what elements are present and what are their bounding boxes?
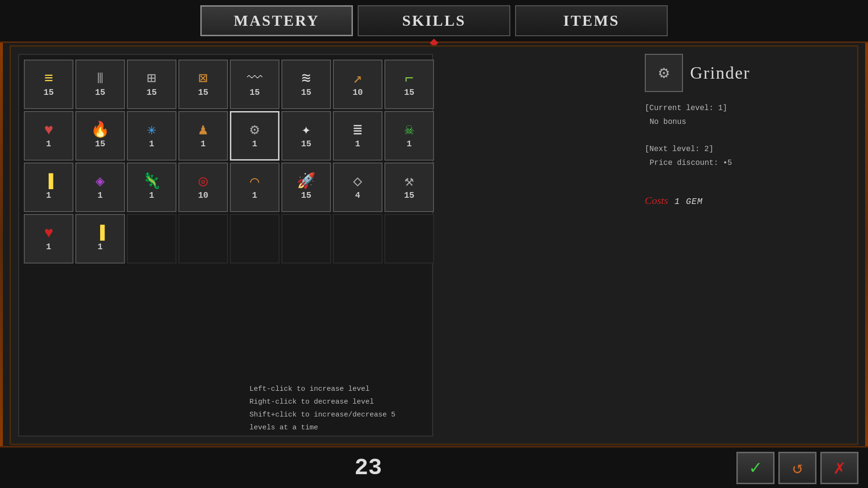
bottom-bar: 23 ✓ ↺ ✗ (0, 446, 868, 488)
cell-icon-r1-c7: ☠ (404, 123, 413, 138)
cell-icon-r0-c1: ⫴ (97, 71, 103, 87)
hint-line4: levels at a time (249, 421, 431, 434)
cell-icon-r2-c1: ◈ (95, 174, 104, 190)
grid-cell-r2-c0[interactable]: ▐1 (24, 163, 73, 212)
grid-cell-r0-c4[interactable]: 〰15 (230, 60, 279, 109)
cell-icon-r2-c6: ◇ (353, 174, 362, 190)
cell-value-r3-c1: 1 (98, 242, 103, 252)
cell-icon-r3-c0: ♥ (44, 226, 53, 241)
item-header: ⚙ Grinder (645, 54, 850, 92)
cell-value-r0-c6: 10 (352, 88, 363, 97)
cell-value-r1-c0: 1 (46, 139, 52, 149)
grid-cell-r1-c0[interactable]: ♥1 (24, 111, 73, 161)
item-stats: [Current level: 1] No bonus [Next level:… (645, 102, 850, 211)
item-info-panel: ⚙ Grinder [Current level: 1] No bonus [N… (645, 54, 850, 437)
cell-value-r1-c4: 1 (252, 139, 258, 149)
cell-icon-r0-c3: ⊠ (198, 71, 207, 87)
cell-value-r0-c0: 15 (43, 88, 54, 97)
cell-value-r1-c7: 1 (407, 139, 412, 149)
costs-line: Costs 1 gem (645, 191, 850, 211)
currency-value: 23 (354, 455, 382, 481)
hint-line2: Right-click to decrease level (249, 396, 431, 408)
mastery-grid: ≡15⫴15⊞15⊠15〰15≋15↗10⌐15♥1🔥15✳1♟1⚙1✦15≣1… (19, 55, 432, 268)
grid-cell-r3-c1[interactable]: ▐1 (75, 214, 125, 264)
grid-cell-r2-c2[interactable]: 🦎1 (127, 163, 176, 212)
grid-cell-r1-c6[interactable]: ≣1 (333, 111, 382, 161)
grid-cell-r3-c0[interactable]: ♥1 (24, 214, 73, 264)
next-level-label: [Next level: 2] (645, 142, 850, 156)
cell-value-r2-c2: 1 (149, 191, 155, 200)
cell-icon-r2-c7: ⚒ (404, 174, 413, 190)
cell-icon-r0-c2: ⊞ (147, 71, 156, 87)
cancel-button[interactable]: ✗ (820, 452, 858, 484)
cell-value-r1-c6: 1 (355, 139, 361, 149)
cell-icon-r0-c5: ≋ (301, 71, 310, 87)
grid-cell-r2-c1[interactable]: ◈1 (75, 163, 125, 212)
grid-cell-r3-c3[interactable] (178, 214, 228, 264)
cell-icon-r1-c0: ♥ (44, 123, 53, 138)
grid-cell-r2-c4[interactable]: ⌒1 (230, 163, 279, 212)
grid-cell-r1-c5[interactable]: ✦15 (281, 111, 331, 161)
cell-icon-r3-c1: ▐ (95, 226, 104, 241)
cell-value-r3-c0: 1 (46, 242, 52, 252)
reset-button[interactable]: ↺ (778, 452, 816, 484)
cancel-icon: ✗ (834, 456, 845, 479)
grid-cell-r0-c0[interactable]: ≡15 (24, 60, 73, 109)
cell-icon-r2-c0: ▐ (44, 174, 53, 190)
cell-value-r0-c7: 15 (404, 88, 414, 97)
grid-cell-r3-c6[interactable] (333, 214, 382, 264)
cell-icon-r1-c5: ✦ (301, 123, 310, 138)
reset-icon: ↺ (792, 458, 803, 478)
cell-value-r0-c3: 15 (198, 88, 208, 97)
top-nav: Mastery Skills Items (0, 0, 868, 43)
main-content: ≡15⫴15⊞15⊠15〰15≋15↗10⌐15♥1🔥15✳1♟1⚙1✦15≣1… (10, 45, 858, 445)
grid-cell-r0-c6[interactable]: ↗10 (333, 60, 382, 109)
grid-cell-r1-c4[interactable]: ⚙1 (230, 111, 279, 161)
cell-value-r2-c4: 1 (252, 191, 258, 200)
cell-value-r1-c2: 1 (149, 139, 155, 149)
cell-icon-r2-c2: 🦎 (142, 174, 161, 190)
grid-cell-r0-c5[interactable]: ≋15 (281, 60, 331, 109)
grid-cell-r2-c6[interactable]: ◇4 (333, 163, 382, 212)
grid-cell-r3-c7[interactable] (384, 214, 434, 264)
left-border-decoration (0, 43, 3, 446)
cell-value-r1-c1: 15 (95, 139, 105, 149)
cell-icon-r0-c4: 〰 (247, 71, 262, 87)
grid-cell-r1-c1[interactable]: 🔥15 (75, 111, 125, 161)
cell-value-r1-c3: 1 (201, 139, 206, 149)
cell-icon-r2-c4: ⌒ (250, 174, 259, 190)
grid-cell-r0-c7[interactable]: ⌐15 (384, 60, 434, 109)
cell-value-r1-c5: 15 (301, 139, 311, 149)
cell-value-r2-c7: 15 (404, 191, 414, 200)
grid-cell-r3-c5[interactable] (281, 214, 331, 264)
grid-cell-r3-c4[interactable] (230, 214, 279, 264)
grid-cell-r2-c5[interactable]: 🚀15 (281, 163, 331, 212)
cell-icon-r2-c5: 🚀 (297, 174, 316, 190)
tab-items[interactable]: Items (515, 5, 668, 36)
grid-cell-r1-c7[interactable]: ☠1 (384, 111, 434, 161)
cell-value-r2-c3: 10 (198, 191, 208, 200)
cell-icon-r1-c3: ♟ (198, 123, 207, 138)
cell-value-r2-c5: 15 (301, 191, 311, 200)
grid-cell-r0-c3[interactable]: ⊠15 (178, 60, 228, 109)
cell-value-r0-c5: 15 (301, 88, 311, 97)
tab-mastery[interactable]: Mastery (200, 5, 353, 36)
grid-cell-r0-c2[interactable]: ⊞15 (127, 60, 176, 109)
grid-cell-r1-c3[interactable]: ♟1 (178, 111, 228, 161)
cell-icon-r1-c6: ≣ (353, 123, 362, 138)
cell-icon-r1-c1: 🔥 (91, 123, 110, 138)
cell-value-r0-c4: 15 (249, 88, 260, 97)
mastery-grid-area: ≡15⫴15⊞15⊠15〰15≋15↗10⌐15♥1🔥15✳1♟1⚙1✦15≣1… (18, 54, 433, 437)
bottom-buttons: ✓ ↺ ✗ (736, 452, 868, 484)
cell-value-r2-c0: 1 (46, 191, 52, 200)
confirm-button[interactable]: ✓ (736, 452, 775, 484)
grid-cell-r0-c1[interactable]: ⫴15 (75, 60, 125, 109)
hint-line1: Left-click to increase level (249, 383, 431, 396)
current-bonus: No bonus (645, 115, 850, 129)
grid-cell-r2-c3[interactable]: ◎10 (178, 163, 228, 212)
cell-value-r0-c2: 15 (146, 88, 157, 97)
grid-cell-r1-c2[interactable]: ✳1 (127, 111, 176, 161)
grid-cell-r2-c7[interactable]: ⚒15 (384, 163, 434, 212)
tab-skills[interactable]: Skills (358, 5, 510, 36)
grid-cell-r3-c2[interactable] (127, 214, 176, 264)
